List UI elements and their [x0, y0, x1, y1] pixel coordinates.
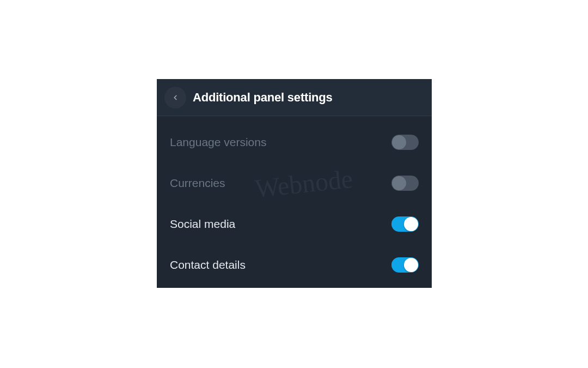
toggle-knob — [404, 217, 418, 231]
toggle-contact-details[interactable] — [391, 257, 419, 273]
setting-label: Contact details — [170, 258, 246, 272]
setting-label: Language versions — [170, 136, 266, 149]
setting-row-social-media: Social media — [157, 203, 432, 244]
setting-row-language-versions: Language versions — [157, 122, 432, 162]
setting-label: Social media — [170, 218, 235, 231]
panel-title: Additional panel settings — [193, 91, 333, 105]
toggle-social-media[interactable] — [391, 216, 419, 232]
toggle-currencies[interactable] — [391, 176, 419, 191]
toggle-knob — [404, 258, 418, 272]
setting-label: Currencies — [170, 177, 225, 190]
back-button[interactable] — [164, 87, 186, 108]
panel-body: Webnode Language versions Currencies Soc… — [157, 116, 432, 288]
setting-row-contact-details: Contact details — [157, 244, 432, 285]
toggle-knob — [392, 135, 406, 149]
toggle-knob — [392, 176, 406, 190]
setting-row-currencies: Currencies — [157, 162, 432, 203]
toggle-language-versions[interactable] — [391, 135, 419, 150]
settings-panel: Additional panel settings Webnode Langua… — [157, 79, 432, 288]
chevron-left-icon — [171, 94, 179, 101]
panel-header: Additional panel settings — [157, 79, 432, 116]
